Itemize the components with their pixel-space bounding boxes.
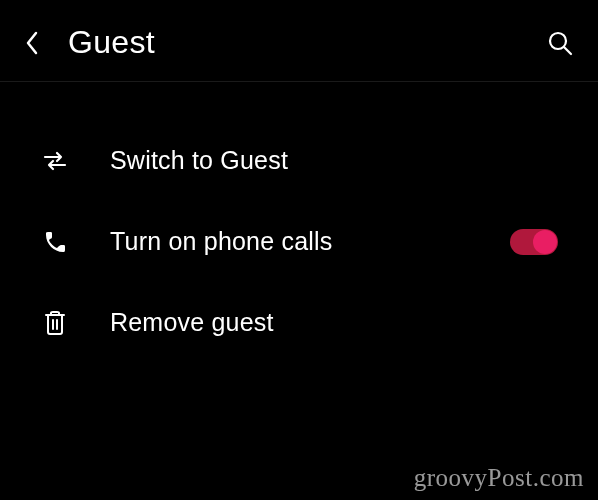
- header-left: Guest: [24, 24, 155, 61]
- phone-calls-item[interactable]: Turn on phone calls: [0, 201, 598, 282]
- phone-calls-label: Turn on phone calls: [110, 227, 510, 256]
- chevron-left-icon: [24, 29, 40, 57]
- switch-icon: [40, 150, 70, 172]
- settings-list: Switch to Guest Turn on phone calls Remo…: [0, 82, 598, 363]
- page-header: Guest: [0, 0, 598, 82]
- search-button[interactable]: [546, 29, 574, 57]
- toggle-knob: [533, 230, 557, 254]
- phone-calls-toggle[interactable]: [510, 229, 558, 255]
- switch-to-guest-label: Switch to Guest: [110, 146, 558, 175]
- watermark: groovyPost.com: [414, 464, 584, 492]
- back-button[interactable]: [24, 29, 40, 57]
- remove-guest-item[interactable]: Remove guest: [0, 282, 598, 363]
- remove-guest-label: Remove guest: [110, 308, 558, 337]
- trash-icon: [40, 310, 70, 336]
- search-icon: [546, 29, 574, 57]
- switch-to-guest-item[interactable]: Switch to Guest: [0, 120, 598, 201]
- phone-icon: [40, 230, 70, 254]
- page-title: Guest: [68, 24, 155, 61]
- svg-line-1: [564, 47, 571, 54]
